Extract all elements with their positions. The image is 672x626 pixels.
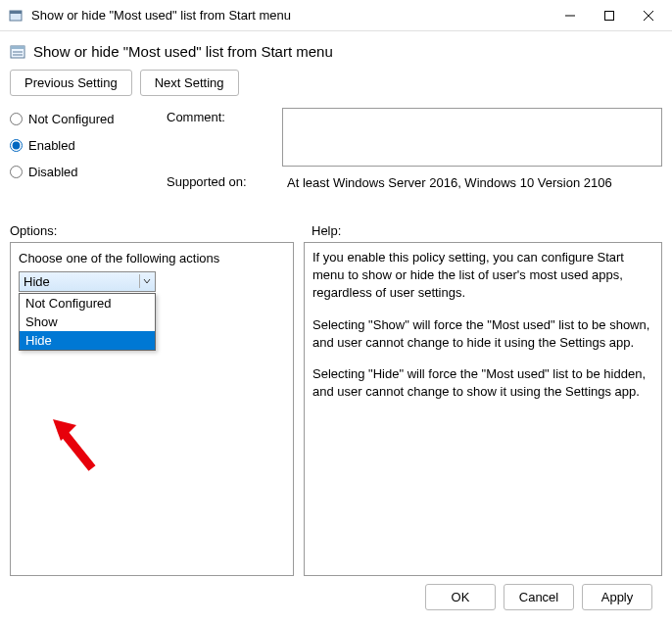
window-title: Show or hide "Most used" list from Start… (31, 8, 562, 23)
help-label: Help: (304, 223, 662, 238)
page-heading-row: Show or hide "Most used" list from Start… (10, 43, 662, 60)
minimize-button[interactable] (562, 8, 578, 24)
previous-setting-button[interactable]: Previous Setting (10, 70, 132, 96)
help-paragraph: Selecting "Show" will force the "Most us… (312, 316, 653, 352)
titlebar: Show or hide "Most used" list from Start… (0, 0, 672, 31)
radio-enabled[interactable]: Enabled (10, 138, 167, 153)
radio-disabled-input[interactable] (10, 166, 23, 178)
maximize-button[interactable] (601, 8, 617, 24)
dropdown-list: Not Configured Show Hide (19, 293, 156, 351)
comment-label: Comment: (167, 108, 274, 167)
dropdown-item-not-configured[interactable]: Not Configured (20, 294, 155, 313)
comment-input[interactable] (282, 108, 662, 167)
apply-button[interactable]: Apply (582, 584, 652, 610)
options-pane: Choose one of the following actions Hide… (10, 242, 294, 576)
dropdown-item-hide[interactable]: Hide (20, 331, 155, 350)
svg-rect-7 (11, 46, 24, 49)
help-paragraph: If you enable this policy setting, you c… (312, 249, 653, 303)
radio-not-configured-input[interactable] (10, 113, 23, 125)
svg-rect-3 (605, 11, 614, 20)
options-prompt: Choose one of the following actions (19, 251, 285, 265)
policy-icon (10, 44, 25, 60)
dropdown-item-show[interactable]: Show (20, 313, 155, 331)
ok-button[interactable]: OK (425, 584, 496, 610)
help-pane[interactable]: If you enable this policy setting, you c… (304, 242, 662, 576)
page-heading: Show or hide "Most used" list from Start… (33, 43, 333, 60)
supported-on-value: At least Windows Server 2016, Windows 10… (282, 172, 662, 210)
supported-on-label: Supported on: (167, 172, 274, 210)
svg-rect-1 (10, 11, 22, 14)
next-setting-button[interactable]: Next Setting (140, 70, 239, 96)
dropdown-selected-value: Hide (24, 274, 50, 289)
radio-disabled[interactable]: Disabled (10, 165, 167, 179)
close-button[interactable] (641, 8, 656, 24)
policy-icon (8, 8, 24, 24)
chevron-down-icon (139, 274, 153, 288)
help-paragraph: Selecting "Hide" will force the "Most us… (312, 365, 653, 401)
cancel-button[interactable]: Cancel (504, 584, 574, 610)
options-label: Options: (10, 223, 304, 238)
actions-dropdown[interactable]: Hide Not Configured Show Hide (19, 271, 156, 292)
radio-enabled-input[interactable] (10, 139, 23, 152)
radio-not-configured[interactable]: Not Configured (10, 112, 167, 126)
